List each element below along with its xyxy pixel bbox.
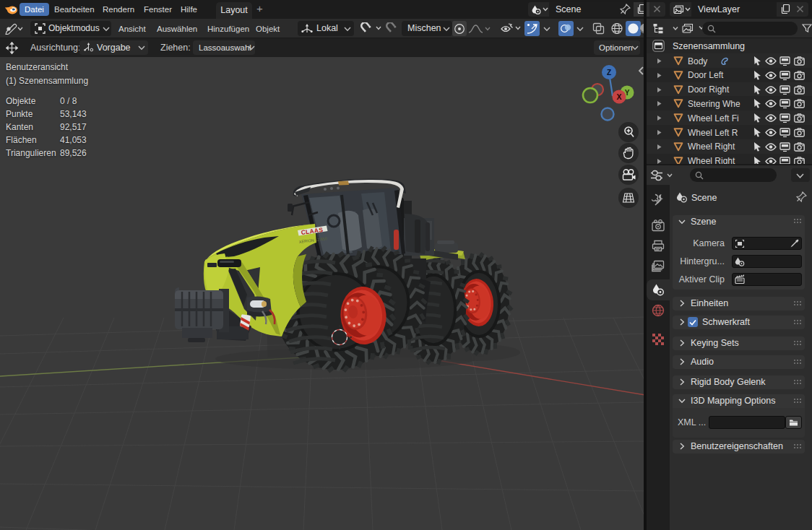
svg-text:Z: Z [607, 69, 611, 77]
svg-text:X: X [616, 92, 621, 101]
